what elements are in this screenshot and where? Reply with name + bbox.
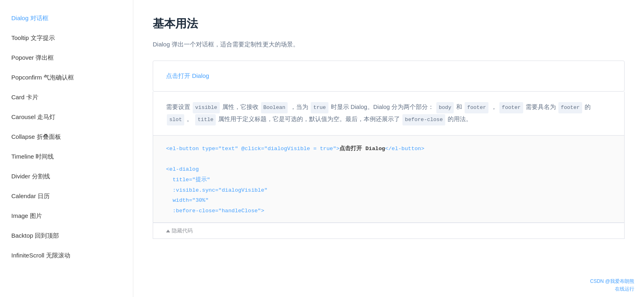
hide-code-label: 隐藏代码 bbox=[172, 227, 193, 234]
desc-text8: 的 bbox=[585, 104, 591, 110]
sidebar-item-timeline[interactable]: Timeline 时间线 bbox=[0, 146, 133, 166]
code-line-blank bbox=[166, 154, 611, 165]
desc-body-tag: body bbox=[436, 102, 454, 113]
desc-true-tag: true bbox=[311, 102, 328, 113]
desc-text5: 和 bbox=[456, 104, 462, 110]
sidebar-item-tooltip[interactable]: Tooltip 文字提示 bbox=[0, 28, 133, 48]
description-box: 需要设置 visible 属性，它接收 Boolean ，当为 true 时显示… bbox=[153, 92, 625, 136]
desc-text10: 属性用于定义标题，它是可选的，默认值为空。最后，本例还展示了 bbox=[218, 116, 400, 122]
sidebar-item-dialog[interactable]: Dialog 对话框 bbox=[0, 8, 133, 28]
desc-footer3-tag: footer bbox=[558, 102, 582, 113]
watermark-line1: CSDN @我爱布朗熊 bbox=[590, 278, 634, 285]
code-line-6: :before-close="handleClose"> bbox=[166, 206, 611, 216]
desc-footer1-tag: footer bbox=[465, 102, 488, 113]
hide-code-button[interactable]: 隐藏代码 bbox=[166, 227, 193, 234]
sidebar-item-card[interactable]: Card 卡片 bbox=[0, 87, 133, 107]
desc-text-before: 需要设置 bbox=[166, 104, 190, 110]
sidebar-item-image[interactable]: Image 图片 bbox=[0, 206, 133, 226]
sidebar-item-popover[interactable]: Popover 弹出框 bbox=[0, 48, 133, 67]
desc-before-close-tag: before-close bbox=[402, 114, 445, 125]
sidebar-item-popconfirm[interactable]: Popconfirm 气泡确认框 bbox=[0, 67, 133, 87]
desc-text6: ， bbox=[491, 104, 497, 110]
desc-text9: 。 bbox=[187, 116, 193, 122]
code-line-5: width="30%" bbox=[166, 195, 611, 206]
demo-box: 点击打开 Dialog bbox=[153, 61, 625, 92]
page-description: Dialog 弹出一个对话框，适合需要定制性更大的场景。 bbox=[153, 40, 625, 49]
page-title: 基本用法 bbox=[153, 16, 625, 31]
desc-text11: 的用法。 bbox=[448, 116, 472, 122]
desc-text3: ，当为 bbox=[290, 104, 308, 110]
watermark-line2[interactable]: 在线运行 bbox=[590, 285, 634, 293]
code-block: <el-button type="text" @click="dialogVis… bbox=[153, 136, 625, 223]
triangle-up-icon bbox=[166, 230, 170, 232]
desc-title-tag: title bbox=[195, 114, 216, 125]
bottom-bar: 隐藏代码 bbox=[153, 223, 625, 239]
main-content: 基本用法 Dialog 弹出一个对话框，适合需要定制性更大的场景。 点击打开 D… bbox=[133, 0, 644, 297]
sidebar-item-collapse[interactable]: Collapse 折叠面板 bbox=[0, 127, 133, 146]
sidebar-item-divider[interactable]: Divider 分割线 bbox=[0, 166, 133, 186]
desc-text7: 需要具名为 bbox=[526, 104, 556, 110]
open-dialog-link[interactable]: 点击打开 Dialog bbox=[166, 72, 209, 79]
code-line-2: <el-dialog bbox=[166, 164, 611, 175]
sidebar: Dialog 对话框 Tooltip 文字提示 Popover 弹出框 Popc… bbox=[0, 0, 133, 297]
desc-slot-tag: slot bbox=[167, 114, 184, 125]
sidebar-item-calendar[interactable]: Calendar 日历 bbox=[0, 186, 133, 206]
sidebar-item-carousel[interactable]: Carousel 走马灯 bbox=[0, 107, 133, 127]
desc-boolean-tag: Boolean bbox=[261, 102, 288, 113]
code-line-3: title="提示" bbox=[166, 175, 611, 185]
desc-text4: 时显示 Dialog。Dialog 分为两个部分： bbox=[331, 104, 434, 110]
watermark: CSDN @我爱布朗熊 在线运行 bbox=[590, 278, 634, 293]
sidebar-item-infinitescroll[interactable]: InfiniteScroll 无限滚动 bbox=[0, 245, 133, 265]
code-line-1: <el-button type="text" @click="dialogVis… bbox=[166, 144, 611, 154]
code-line-4: :visible.sync="dialogVisible" bbox=[166, 185, 611, 196]
sidebar-item-backtop[interactable]: Backtop 回到顶部 bbox=[0, 226, 133, 245]
desc-text2: 属性，它接收 bbox=[222, 104, 259, 110]
desc-footer2-tag: footer bbox=[499, 102, 523, 113]
desc-visible-tag: visible bbox=[193, 102, 220, 113]
